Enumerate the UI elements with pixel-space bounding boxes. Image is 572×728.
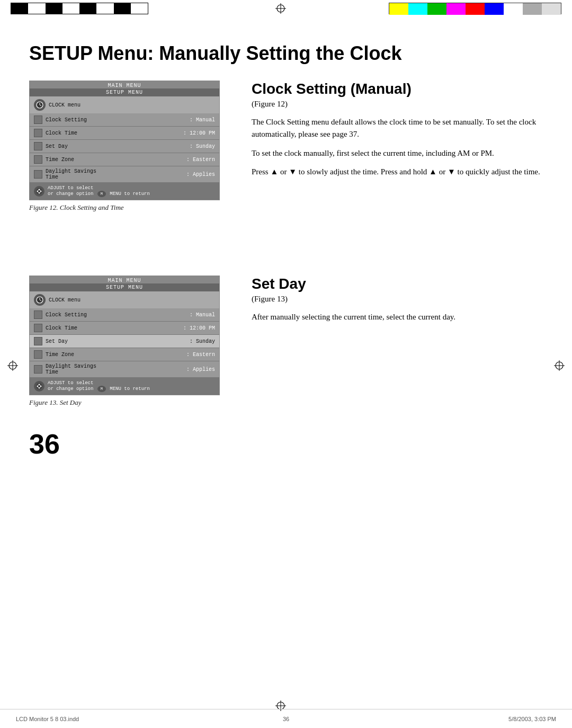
section1-body: The Clock Setting menu default allows th… [252,116,543,178]
menu13-item-1: Clock Setting : Manual [30,308,219,322]
section1-text: Clock Setting (Manual) (Figure 12) The C… [252,81,543,212]
section2-layout: MAIN MENU SETUP MENU CLOCK menu [29,276,543,407]
section2-subheading: (Figure 13) [252,295,543,304]
page-number: 36 [29,428,543,460]
section1-subheading: (Figure 12) [252,100,543,109]
reg-mark-left [7,360,18,373]
menu-btn-fig12: M [97,191,106,197]
reg-mark-right [554,360,565,373]
figure12-caption: Figure 12. Clock Setting and Time [29,203,230,212]
checkbox-fig13-3 [34,337,42,345]
menu12-header: MAIN MENU SETUP MENU [30,81,219,96]
menu13-item-2: Clock Time : 12:00 PM [30,322,219,335]
footer-center: 36 [196,716,376,722]
adjust-icon-fig13 [34,381,44,392]
checkbox-fig12-3 [34,142,42,150]
page-title: SETUP Menu: Manually Setting the Clock [29,42,543,65]
checkbox-fig12-1 [34,116,42,124]
clock-icon-fig12 [34,99,46,111]
checkbox-fig13-1 [34,310,42,319]
menu12-item-3: Set Day : Sunday [30,140,219,153]
figure12-container: MAIN MENU SETUP MENU CLOCK menu [29,81,230,212]
menu12-item-1: Clock Setting : Manual [30,113,219,127]
reg-mark-top [275,3,286,16]
menu13-clock-row: CLOCK menu [30,291,219,308]
checkbox-fig12-5 [34,170,42,179]
menu12-clock-row: CLOCK menu [30,96,219,113]
menu-btn-fig13: M [97,386,106,392]
section2-text: Set Day (Figure 13) After manually selec… [252,276,543,407]
footer-left: LCD Monitor 5 8 03.indd [16,716,196,722]
color-calibration-bar [389,3,561,14]
section1-para3: Press ▲ or ▼ to slowly adjust the time. … [252,166,543,178]
section2-para1: After manually selecting the current tim… [252,311,543,323]
section1-heading: Clock Setting (Manual) [252,81,543,97]
menu13-header: MAIN MENU SETUP MENU [30,276,219,291]
section1-para2: To set the clock manually, first select … [252,147,543,159]
menu12-item-5: Daylight SavingsTime : Applies [30,166,219,183]
footer-right: 5/8/2003, 3:03 PM [376,716,556,722]
menu13-item-5: Daylight SavingsTime : Applies [30,361,219,378]
section1-layout: MAIN MENU SETUP MENU CLOCK menu [29,81,543,212]
menu12-footer-text: ADJUST to select or change option M MENU… [48,185,150,197]
main-content: SETUP Menu: Manually Setting the Clock M… [0,0,572,492]
figure13-menu: MAIN MENU SETUP MENU CLOCK menu [29,276,220,395]
figure13-container: MAIN MENU SETUP MENU CLOCK menu [29,276,230,407]
menu12-item-4: Time Zone : Eastern [30,153,219,166]
top-bar [0,0,572,15]
top-bar-left-strips [11,3,148,14]
clock-icon-fig13 [34,294,46,306]
section2-heading: Set Day [252,276,543,292]
checkbox-fig12-4 [34,155,42,164]
section1-para1: The Clock Setting menu default allows th… [252,116,543,141]
menu12-footer: ADJUST to select or change option M MENU… [30,183,219,200]
menu13-footer: ADJUST to select or change option M MENU… [30,378,219,395]
page-footer: LCD Monitor 5 8 03.indd 36 5/8/2003, 3:0… [0,709,572,728]
adjust-icon-fig12 [34,186,44,197]
checkbox-fig13-5 [34,365,42,374]
figure13-caption: Figure 13. Set Day [29,398,230,407]
figure12-menu: MAIN MENU SETUP MENU CLOCK menu [29,81,220,200]
checkbox-fig13-2 [34,324,42,332]
checkbox-fig12-2 [34,129,42,137]
menu13-item-4: Time Zone : Eastern [30,348,219,361]
menu12-item-2: Clock Time : 12:00 PM [30,127,219,140]
menu13-item-3-highlighted: Set Day : Sunday [30,335,219,348]
checkbox-fig13-4 [34,350,42,359]
menu13-footer-text: ADJUST to select or change option M MENU… [48,380,150,392]
section2-body: After manually selecting the current tim… [252,311,543,323]
